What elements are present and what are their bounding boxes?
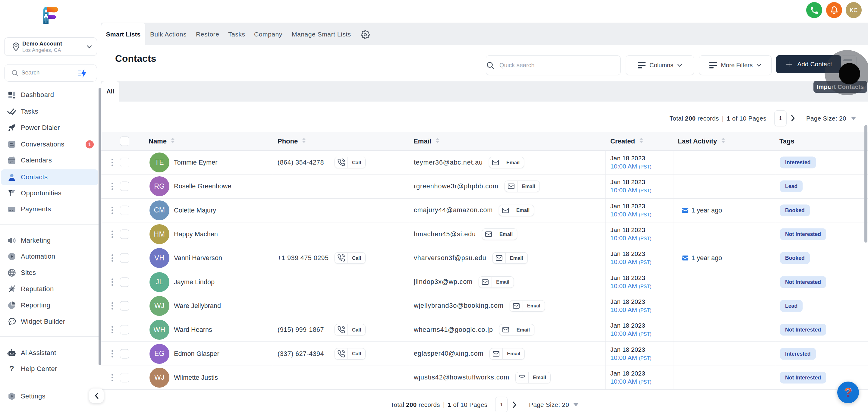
svg-text:?: ? <box>844 385 852 399</box>
svg-text:?: ? <box>9 365 14 373</box>
